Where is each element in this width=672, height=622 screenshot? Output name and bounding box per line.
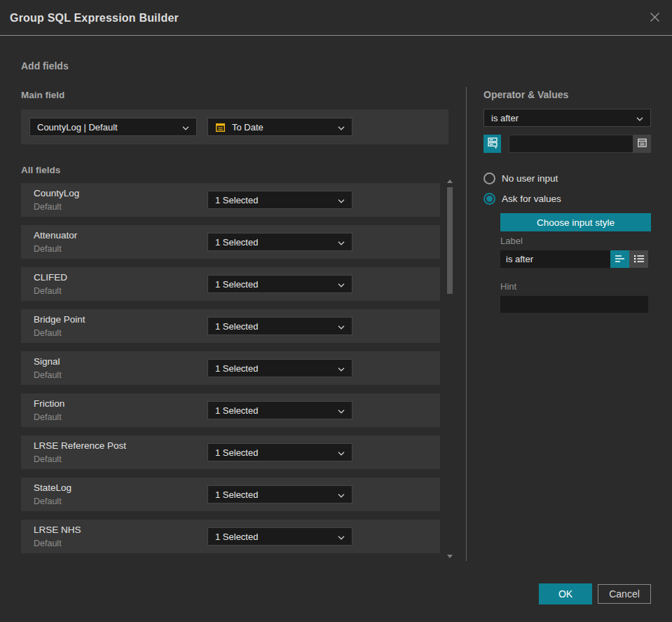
list-item: LRSE Reference Post Default 1 Selected — [21, 435, 440, 469]
close-icon — [649, 11, 661, 26]
field-subtitle: Default — [34, 454, 62, 464]
list-item: Bridge Point Default 1 Selected — [21, 309, 440, 343]
field-selected-value: 1 Selected — [215, 447, 258, 458]
input-style-list-button[interactable] — [629, 250, 648, 268]
hint-input[interactable] — [500, 296, 648, 313]
field-name: LRSE NHS — [34, 525, 81, 535]
operator-values-panel: Operator & Values is after No user in — [484, 89, 651, 313]
operator-select[interactable]: is after — [484, 109, 651, 127]
choose-input-style-button[interactable]: Choose input style — [500, 213, 651, 231]
field-selected-dropdown[interactable]: 1 Selected — [207, 191, 352, 209]
add-fields-heading: Add fields — [21, 60, 69, 72]
chevron-down-icon — [338, 321, 345, 332]
label-row — [500, 250, 648, 268]
field-name: CountyLog — [34, 188, 79, 198]
group-sql-expression-builder-dialog: Group SQL Expression Builder Add fields … — [0, 0, 672, 622]
cancel-button[interactable]: Cancel — [598, 584, 651, 604]
field-subtitle: Default — [34, 202, 62, 212]
scrollbar-down-arrow-icon[interactable] — [447, 555, 453, 558]
main-field-box: CountyLog | Default To Date — [21, 109, 448, 144]
chevron-down-icon — [338, 122, 345, 133]
field-subtitle: Default — [34, 244, 62, 254]
chevron-down-icon — [338, 405, 345, 416]
field-selected-dropdown[interactable]: 1 Selected — [207, 401, 352, 419]
dialog-title: Group SQL Expression Builder — [10, 0, 179, 36]
main-field-heading: Main field — [21, 90, 64, 100]
field-selected-dropdown[interactable]: 1 Selected — [207, 317, 352, 335]
main-field-type-select[interactable]: To Date — [207, 118, 352, 136]
field-subtitle: Default — [34, 286, 62, 296]
list-item: CLIFED Default 1 Selected — [21, 267, 440, 301]
date-field-icon — [215, 122, 226, 133]
chevron-down-icon — [182, 122, 189, 133]
field-selected-dropdown[interactable]: 1 Selected — [207, 233, 352, 251]
main-field-type-value: To Date — [232, 122, 263, 133]
list-item: StateLog Default 1 Selected — [21, 478, 440, 511]
field-subtitle: Default — [34, 496, 62, 506]
field-selected-value: 1 Selected — [215, 532, 258, 542]
field-selected-dropdown[interactable]: 1 Selected — [207, 485, 352, 503]
main-field-select[interactable]: CountyLog | Default — [29, 118, 197, 136]
list-item: LRSE NHS Default 1 Selected — [21, 520, 440, 553]
date-picker-button[interactable] — [633, 135, 651, 153]
input-style-text-button[interactable] — [610, 250, 629, 268]
field-name: Signal — [34, 356, 60, 367]
scrollbar-thumb[interactable] — [447, 187, 453, 294]
label-caption: Label — [500, 236, 651, 245]
panel-divider — [466, 87, 467, 561]
all-fields-list: CountyLog Default 1 Selected Attenuator … — [21, 183, 440, 562]
chevron-down-icon — [338, 363, 345, 374]
field-subtitle: Default — [34, 412, 62, 422]
radio-ask-for-values-label: Ask for values — [502, 194, 561, 204]
field-selected-dropdown[interactable]: 1 Selected — [207, 359, 352, 377]
field-subtitle: Default — [34, 370, 62, 380]
chevron-down-icon — [636, 113, 643, 123]
radio-no-user-input-label: No user input — [502, 173, 558, 184]
field-selected-dropdown[interactable]: 1 Selected — [207, 527, 352, 546]
list-item: CountyLog Default 1 Selected — [21, 183, 440, 217]
chevron-down-icon — [338, 237, 345, 248]
chevron-down-icon — [338, 447, 345, 458]
chevron-down-icon — [338, 532, 345, 542]
chevron-down-icon — [338, 489, 345, 500]
field-selected-value: 1 Selected — [215, 363, 258, 374]
hint-caption: Hint — [500, 281, 651, 290]
field-name: Bridge Point — [34, 314, 85, 325]
close-button[interactable] — [646, 10, 663, 27]
field-selected-value: 1 Selected — [215, 321, 258, 332]
field-selected-value: 1 Selected — [215, 195, 258, 205]
radio-selected-icon — [484, 193, 495, 205]
align-left-icon — [615, 253, 625, 266]
dialog-header: Group SQL Expression Builder — [0, 0, 672, 36]
list-scrollbar[interactable] — [446, 178, 455, 560]
field-selected-dropdown[interactable]: 1 Selected — [207, 443, 352, 461]
radio-ask-for-values[interactable]: Ask for values — [484, 193, 651, 204]
chevron-down-icon — [338, 195, 345, 205]
unique-values-button[interactable] — [484, 135, 501, 153]
value-row — [484, 135, 651, 153]
field-name: Friction — [34, 398, 64, 409]
field-selected-value: 1 Selected — [215, 279, 258, 290]
bulleted-list-icon — [634, 253, 644, 266]
list-item: Friction Default 1 Selected — [21, 393, 440, 427]
operator-select-value: is after — [491, 113, 519, 123]
list-item: Signal Default 1 Selected — [21, 351, 440, 385]
field-selected-value: 1 Selected — [215, 237, 258, 248]
field-name: Attenuator — [34, 230, 77, 241]
scrollbar-up-arrow-icon[interactable] — [447, 180, 453, 183]
radio-no-user-input[interactable]: No user input — [484, 173, 651, 184]
list-item: Attenuator Default 1 Selected — [21, 225, 440, 259]
label-input[interactable] — [500, 250, 610, 268]
all-fields-heading: All fields — [21, 165, 60, 175]
operator-values-heading: Operator & Values — [484, 89, 651, 99]
value-input[interactable] — [509, 135, 633, 153]
field-name: StateLog — [34, 482, 71, 493]
field-selected-value: 1 Selected — [215, 405, 258, 416]
field-name: LRSE Reference Post — [34, 440, 126, 451]
ok-button[interactable]: OK — [539, 583, 592, 604]
radio-unselected-icon — [484, 173, 495, 184]
field-subtitle: Default — [34, 328, 62, 338]
field-selected-dropdown[interactable]: 1 Selected — [207, 275, 352, 293]
unique-values-icon — [487, 137, 498, 151]
main-field-select-value: CountyLog | Default — [37, 122, 118, 133]
